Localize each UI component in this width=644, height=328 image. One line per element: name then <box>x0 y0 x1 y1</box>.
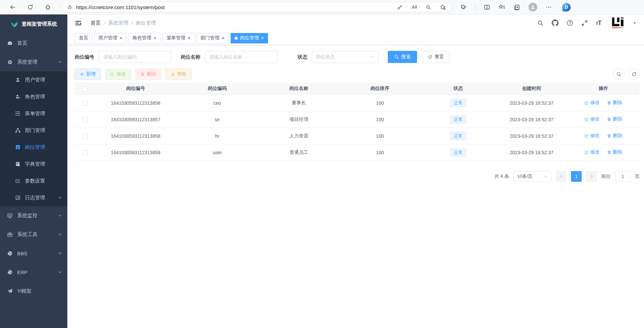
tab-home[interactable]: 首页 <box>75 33 92 43</box>
password-key-icon[interactable] <box>397 4 403 10</box>
close-icon[interactable]: × <box>261 36 264 40</box>
row-delete-link[interactable]: 删除 <box>607 133 622 139</box>
edit-square-icon <box>15 178 21 184</box>
collections-icon[interactable] <box>514 4 520 10</box>
sidebar-item-label: 岗位管理 <box>25 144 45 151</box>
sidebar-item-yi-framework[interactable]: Yi框架 <box>0 282 67 300</box>
row-edit-link[interactable]: 修改 <box>584 100 600 106</box>
next-page-icon[interactable] <box>586 171 597 182</box>
globe-icon <box>7 251 13 256</box>
address-bar[interactable]: https://ccnetcore.com:1101/system/post <box>62 2 451 12</box>
gear-icon <box>7 59 13 65</box>
search-icon[interactable] <box>537 20 544 26</box>
tab-dept-mgmt[interactable]: 部门管理 × <box>197 33 229 43</box>
settings-more-icon[interactable] <box>546 4 552 10</box>
delete-button[interactable]: 删除 <box>135 69 161 80</box>
breadcrumb-home[interactable]: 首页 <box>91 20 101 26</box>
prev-page-icon[interactable] <box>556 171 567 182</box>
sidebar-item-monitor[interactable]: 系统监控 <box>0 206 67 225</box>
paper-plane-icon <box>7 288 13 294</box>
row-checkbox[interactable] <box>82 101 88 106</box>
post-name-input[interactable] <box>205 51 277 63</box>
extensions-icon[interactable] <box>460 4 467 10</box>
font-size-icon[interactable]: TT <box>596 20 601 27</box>
favorite-add-icon[interactable] <box>440 4 446 10</box>
user-avatar[interactable] <box>612 18 623 28</box>
row-edit-link[interactable]: 修改 <box>584 149 600 155</box>
back-icon[interactable] <box>9 4 16 10</box>
url-text[interactable]: https://ccnetcore.com:1101/system/post <box>76 4 165 10</box>
header-actions: TT ▼ <box>537 18 637 28</box>
search-form: 岗位编号 岗位名称 状态 岗位状态 搜索 <box>75 51 640 63</box>
trash-icon <box>607 117 611 122</box>
sidebar-item-posts[interactable]: 岗位管理 <box>0 139 67 156</box>
lock-icon[interactable] <box>67 5 72 10</box>
tags-view-bar: 首页 用户管理 × 角色管理 × 菜单管理 × 部门管理 × <box>67 31 644 45</box>
row-edit-link[interactable]: 修改 <box>584 116 600 122</box>
sidebar-item-bbs[interactable]: BBS <box>0 244 67 263</box>
sidebar-item-tools[interactable]: 系统工具 <box>0 225 67 244</box>
tab-post-mgmt[interactable]: 岗位管理 × <box>231 33 268 43</box>
row-checkbox[interactable] <box>82 117 88 122</box>
select-all-checkbox[interactable] <box>82 87 88 92</box>
browser-profile-avatar[interactable] <box>529 3 537 11</box>
sidebar-item-parameters[interactable]: 参数设置 <box>0 172 67 189</box>
tab-role-mgmt[interactable]: 角色管理 × <box>128 33 160 43</box>
sidebar-item-erp[interactable]: ERP <box>0 263 67 282</box>
add-button[interactable]: 新增 <box>75 69 101 80</box>
reset-button[interactable]: 重置 <box>422 51 449 63</box>
app-logo: 意框架管理系统 <box>0 14 67 34</box>
sidebar-item-departments[interactable]: 部门管理 <box>0 122 67 139</box>
close-icon[interactable]: × <box>188 36 190 40</box>
row-checkbox[interactable] <box>82 150 88 155</box>
edit-button[interactable]: 修改 <box>105 69 131 80</box>
page-size-select[interactable]: 10条/页 <box>513 171 551 182</box>
sidebar-item-system[interactable]: 系统管理 <box>0 53 67 71</box>
show-search-toggle-icon[interactable] <box>613 68 624 80</box>
status-select[interactable]: 岗位状态 <box>312 51 378 63</box>
avatar-underline <box>612 27 623 28</box>
refresh-table-icon[interactable] <box>628 68 640 80</box>
zoom-out-icon[interactable] <box>426 4 431 10</box>
read-aloud-icon[interactable] <box>411 4 417 10</box>
row-checkbox[interactable] <box>82 134 88 139</box>
col-created: 创建时间 <box>496 83 567 95</box>
row-edit-link[interactable]: 修改 <box>584 133 600 139</box>
close-icon[interactable]: × <box>222 36 225 40</box>
goto-page-input[interactable] <box>615 171 631 182</box>
sidebar-item-logs[interactable]: 日志管理 <box>0 189 67 206</box>
export-button[interactable]: 导出 <box>166 69 192 80</box>
chevron-down-icon <box>58 214 62 218</box>
sidebar-menu: 首页 系统管理 用户管理 角色管理 <box>0 34 67 328</box>
sidebar-item-menus[interactable]: 菜单管理 <box>0 105 67 122</box>
tab-menu-mgmt[interactable]: 菜单管理 × <box>162 33 194 43</box>
toolbox-icon <box>7 232 13 237</box>
sidebar-item-home[interactable]: 首页 <box>0 34 67 53</box>
home-icon[interactable] <box>45 4 51 10</box>
favorites-bar-icon[interactable] <box>499 4 505 10</box>
github-icon[interactable] <box>552 20 558 26</box>
tab-user-mgmt[interactable]: 用户管理 × <box>94 33 126 43</box>
split-screen-icon[interactable] <box>484 4 490 10</box>
help-icon[interactable] <box>567 20 573 26</box>
row-delete-link[interactable]: 删除 <box>607 116 622 122</box>
log-icon <box>15 195 21 200</box>
row-delete-link[interactable]: 删除 <box>607 100 622 106</box>
collapse-sidebar-icon[interactable] <box>75 20 82 27</box>
sidebar-item-users[interactable]: 用户管理 <box>0 71 67 88</box>
refresh-icon[interactable] <box>27 4 33 10</box>
sidebar-item-dictionary[interactable]: 字典管理 <box>0 156 67 172</box>
sidebar-item-roles[interactable]: 角色管理 <box>0 88 67 105</box>
page-number[interactable]: 1 <box>571 171 582 182</box>
badge-icon <box>15 144 21 150</box>
search-button[interactable]: 搜索 <box>388 51 417 63</box>
page-header: 首页 / 系统管理 / 岗位管理 TT <box>67 14 644 31</box>
post-code-input[interactable] <box>99 51 171 63</box>
fullscreen-icon[interactable] <box>581 20 588 26</box>
row-delete-link[interactable]: 删除 <box>607 149 622 155</box>
caret-down-icon[interactable]: ▼ <box>633 21 637 25</box>
bing-chat-icon[interactable]: b <box>562 3 571 12</box>
close-icon[interactable]: × <box>154 36 156 40</box>
status-badge: 正常 <box>450 132 466 140</box>
close-icon[interactable]: × <box>120 36 122 40</box>
